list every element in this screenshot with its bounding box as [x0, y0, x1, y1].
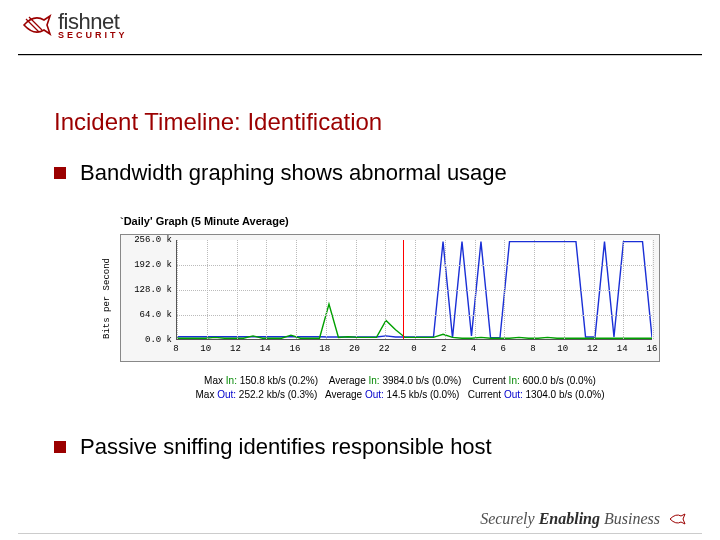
y-tick: 192.0 k [124, 260, 172, 270]
footer: Securely Enabling Business [480, 510, 686, 528]
gridline [237, 240, 238, 339]
x-tick: 8 [173, 344, 178, 354]
chart-title: `Daily' Graph (5 Minute Average) [120, 215, 289, 227]
chart-plot [176, 240, 652, 340]
x-tick: 2 [441, 344, 446, 354]
x-tick: 14 [260, 344, 271, 354]
gridline [177, 240, 178, 339]
gridline [415, 240, 416, 339]
y-tick: 0.0 k [124, 335, 172, 345]
x-tick: 6 [501, 344, 506, 354]
chart-stats: Max In: 150.8 kb/s (0.2%) Average In: 39… [140, 374, 660, 401]
gridline [207, 240, 208, 339]
gridline [653, 240, 654, 339]
gridline [594, 240, 595, 339]
fish-icon [20, 10, 52, 40]
logo-text: fishnet SECURITY [58, 11, 128, 40]
current-time-marker [403, 240, 404, 339]
bullet-icon [54, 167, 66, 179]
gridline [385, 240, 386, 339]
stats-row-in: Max In: 150.8 kb/s (0.2%) Average In: 39… [140, 374, 660, 388]
x-tick: 10 [557, 344, 568, 354]
gridline [475, 240, 476, 339]
gridline [326, 240, 327, 339]
logo: fishnet SECURITY [20, 10, 128, 40]
gridline [296, 240, 297, 339]
footer-text: Securely Enabling Business [480, 510, 660, 528]
gridline [266, 240, 267, 339]
gridline [534, 240, 535, 339]
x-tick: 12 [230, 344, 241, 354]
gridline [623, 240, 624, 339]
bullet-2-text: Passive sniffing identifies responsible … [80, 434, 492, 460]
bullet-2: Passive sniffing identifies responsible … [54, 434, 492, 460]
x-tick: 16 [647, 344, 658, 354]
gridline [445, 240, 446, 339]
x-tick: 16 [290, 344, 301, 354]
fish-icon [668, 512, 686, 526]
x-tick: 22 [379, 344, 390, 354]
y-axis-label: Bits per Second [102, 240, 114, 356]
x-tick: 12 [587, 344, 598, 354]
x-tick: 8 [530, 344, 535, 354]
gridline [504, 240, 505, 339]
x-tick: 14 [617, 344, 628, 354]
divider-top [18, 54, 702, 56]
x-tick: 4 [471, 344, 476, 354]
divider-bottom [18, 533, 702, 534]
x-tick: 10 [200, 344, 211, 354]
x-tick: 18 [319, 344, 330, 354]
x-tick: 0 [411, 344, 416, 354]
y-tick: 256.0 k [124, 235, 172, 245]
bullet-icon [54, 441, 66, 453]
bullet-1-text: Bandwidth graphing shows abnormal usage [80, 160, 507, 186]
gridline [564, 240, 565, 339]
y-tick: 128.0 k [124, 285, 172, 295]
y-tick: 64.0 k [124, 310, 172, 320]
logo-sub: SECURITY [58, 31, 128, 40]
x-tick: 20 [349, 344, 360, 354]
gridline [356, 240, 357, 339]
stats-row-out: Max Out: 252.2 kb/s (0.3%) Average Out: … [140, 388, 660, 402]
bullet-1: Bandwidth graphing shows abnormal usage [54, 160, 507, 186]
page-title: Incident Timeline: Identification [54, 108, 382, 136]
